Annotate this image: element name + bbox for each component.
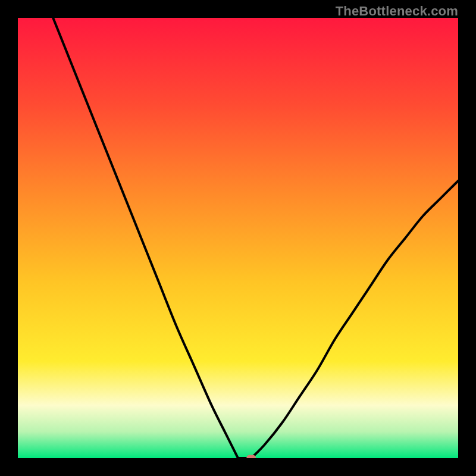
bottleneck-chart (18, 18, 458, 458)
chart-background (18, 18, 458, 458)
chart-frame: TheBottleneck.com (0, 0, 476, 476)
watermark-text: TheBottleneck.com (336, 4, 458, 19)
